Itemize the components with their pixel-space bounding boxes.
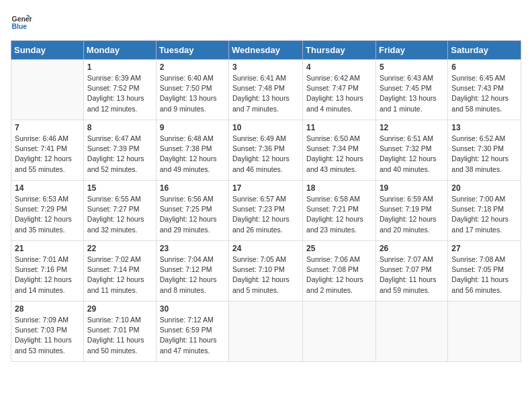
day-info: Sunrise: 6:43 AM Sunset: 7:45 PM Dayligh…	[380, 73, 444, 114]
day-number: 25	[306, 244, 372, 253]
day-info: Sunrise: 7:06 AM Sunset: 7:08 PM Dayligh…	[306, 255, 372, 295]
day-number: 20	[451, 183, 517, 193]
day-number: 12	[380, 123, 444, 132]
calendar-cell: 25Sunrise: 7:06 AM Sunset: 7:08 PM Dayli…	[303, 241, 376, 302]
day-number: 8	[87, 123, 152, 132]
day-info: Sunrise: 7:09 AM Sunset: 7:03 PM Dayligh…	[15, 315, 80, 356]
calendar-cell: 15Sunrise: 6:55 AM Sunset: 7:27 PM Dayli…	[83, 181, 156, 241]
logo: General Blue	[11, 11, 35, 32]
day-number: 15	[87, 183, 152, 193]
calendar-cell: 18Sunrise: 6:58 AM Sunset: 7:21 PM Dayli…	[303, 181, 376, 241]
day-number: 30	[160, 304, 225, 314]
day-info: Sunrise: 6:40 AM Sunset: 7:50 PM Dayligh…	[160, 73, 225, 114]
day-info: Sunrise: 6:59 AM Sunset: 7:19 PM Dayligh…	[380, 194, 444, 235]
day-number: 29	[87, 304, 152, 314]
col-header-tuesday: Tuesday	[156, 41, 228, 60]
day-info: Sunrise: 6:56 AM Sunset: 7:25 PM Dayligh…	[160, 194, 225, 235]
day-number: 5	[380, 62, 444, 72]
calendar-cell: 7Sunrise: 6:46 AM Sunset: 7:41 PM Daylig…	[11, 120, 84, 181]
calendar-cell: 22Sunrise: 7:02 AM Sunset: 7:14 PM Dayli…	[83, 241, 156, 302]
week-row-3: 14Sunrise: 6:53 AM Sunset: 7:29 PM Dayli…	[11, 181, 521, 241]
day-info: Sunrise: 6:50 AM Sunset: 7:34 PM Dayligh…	[306, 134, 372, 175]
col-header-thursday: Thursday	[303, 41, 376, 60]
calendar-cell: 8Sunrise: 6:47 AM Sunset: 7:39 PM Daylig…	[83, 120, 156, 181]
day-number: 14	[15, 183, 80, 193]
day-number: 7	[15, 123, 80, 132]
calendar-cell: 23Sunrise: 7:04 AM Sunset: 7:12 PM Dayli…	[156, 241, 228, 302]
calendar-cell: 16Sunrise: 6:56 AM Sunset: 7:25 PM Dayli…	[156, 181, 228, 241]
col-header-friday: Friday	[375, 41, 447, 60]
calendar-cell: 13Sunrise: 6:52 AM Sunset: 7:30 PM Dayli…	[448, 120, 521, 181]
week-row-2: 7Sunrise: 6:46 AM Sunset: 7:41 PM Daylig…	[11, 120, 521, 181]
day-info: Sunrise: 6:52 AM Sunset: 7:30 PM Dayligh…	[451, 134, 517, 175]
day-info: Sunrise: 6:58 AM Sunset: 7:21 PM Dayligh…	[306, 194, 372, 235]
day-number: 22	[87, 244, 152, 253]
day-info: Sunrise: 7:02 AM Sunset: 7:14 PM Dayligh…	[87, 255, 152, 295]
calendar-cell: 24Sunrise: 7:05 AM Sunset: 7:10 PM Dayli…	[229, 241, 303, 302]
day-number: 21	[15, 244, 80, 253]
day-info: Sunrise: 6:49 AM Sunset: 7:36 PM Dayligh…	[232, 134, 299, 175]
day-number: 28	[15, 304, 80, 314]
calendar-header-row: SundayMondayTuesdayWednesdayThursdayFrid…	[11, 41, 521, 60]
calendar-cell: 27Sunrise: 7:08 AM Sunset: 7:05 PM Dayli…	[448, 241, 521, 302]
calendar-cell: 3Sunrise: 6:41 AM Sunset: 7:48 PM Daylig…	[229, 60, 303, 120]
day-number: 13	[451, 123, 517, 132]
day-info: Sunrise: 7:00 AM Sunset: 7:18 PM Dayligh…	[451, 194, 517, 235]
day-info: Sunrise: 7:10 AM Sunset: 7:01 PM Dayligh…	[87, 315, 152, 356]
calendar-cell: 2Sunrise: 6:40 AM Sunset: 7:50 PM Daylig…	[156, 60, 228, 120]
calendar-cell: 4Sunrise: 6:42 AM Sunset: 7:47 PM Daylig…	[303, 60, 376, 120]
calendar-cell	[11, 60, 84, 120]
day-number: 9	[160, 123, 225, 132]
calendar-cell: 19Sunrise: 6:59 AM Sunset: 7:19 PM Dayli…	[375, 181, 447, 241]
week-row-4: 21Sunrise: 7:01 AM Sunset: 7:16 PM Dayli…	[11, 241, 521, 302]
day-info: Sunrise: 6:41 AM Sunset: 7:48 PM Dayligh…	[232, 73, 299, 114]
calendar-cell: 14Sunrise: 6:53 AM Sunset: 7:29 PM Dayli…	[11, 181, 84, 241]
week-row-1: 1Sunrise: 6:39 AM Sunset: 7:52 PM Daylig…	[11, 60, 521, 120]
day-number: 4	[306, 62, 372, 72]
calendar-cell: 6Sunrise: 6:45 AM Sunset: 7:43 PM Daylig…	[448, 60, 521, 120]
calendar-cell: 1Sunrise: 6:39 AM Sunset: 7:52 PM Daylig…	[83, 60, 156, 120]
day-number: 1	[87, 62, 152, 72]
calendar-cell: 30Sunrise: 7:12 AM Sunset: 6:59 PM Dayli…	[156, 302, 228, 362]
calendar-cell	[303, 302, 376, 362]
calendar-cell: 5Sunrise: 6:43 AM Sunset: 7:45 PM Daylig…	[375, 60, 447, 120]
calendar-table: SundayMondayTuesdayWednesdayThursdayFrid…	[11, 40, 521, 362]
col-header-monday: Monday	[83, 41, 156, 60]
day-info: Sunrise: 6:53 AM Sunset: 7:29 PM Dayligh…	[15, 194, 80, 235]
calendar-cell: 29Sunrise: 7:10 AM Sunset: 7:01 PM Dayli…	[83, 302, 156, 362]
day-info: Sunrise: 6:48 AM Sunset: 7:38 PM Dayligh…	[160, 134, 225, 175]
day-info: Sunrise: 7:08 AM Sunset: 7:05 PM Dayligh…	[451, 255, 517, 295]
col-header-saturday: Saturday	[448, 41, 521, 60]
day-number: 17	[232, 183, 299, 193]
day-info: Sunrise: 7:12 AM Sunset: 6:59 PM Dayligh…	[160, 315, 225, 356]
day-info: Sunrise: 6:57 AM Sunset: 7:23 PM Dayligh…	[232, 194, 299, 235]
day-number: 16	[160, 183, 225, 193]
day-info: Sunrise: 6:47 AM Sunset: 7:39 PM Dayligh…	[87, 134, 152, 175]
day-number: 19	[380, 183, 444, 193]
day-number: 26	[380, 244, 444, 253]
svg-text:Blue: Blue	[12, 23, 28, 30]
week-row-5: 28Sunrise: 7:09 AM Sunset: 7:03 PM Dayli…	[11, 302, 521, 362]
day-number: 18	[306, 183, 372, 193]
day-number: 27	[451, 244, 517, 253]
day-number: 3	[232, 62, 299, 72]
day-info: Sunrise: 6:45 AM Sunset: 7:43 PM Dayligh…	[451, 73, 517, 114]
day-info: Sunrise: 6:42 AM Sunset: 7:47 PM Dayligh…	[306, 73, 372, 114]
day-info: Sunrise: 7:01 AM Sunset: 7:16 PM Dayligh…	[15, 255, 80, 295]
day-number: 24	[232, 244, 299, 253]
day-info: Sunrise: 6:46 AM Sunset: 7:41 PM Dayligh…	[15, 134, 80, 175]
page-header: General Blue	[11, 11, 521, 32]
day-number: 11	[306, 123, 372, 132]
day-info: Sunrise: 6:51 AM Sunset: 7:32 PM Dayligh…	[380, 134, 444, 175]
calendar-cell: 21Sunrise: 7:01 AM Sunset: 7:16 PM Dayli…	[11, 241, 84, 302]
day-info: Sunrise: 7:07 AM Sunset: 7:07 PM Dayligh…	[380, 255, 444, 295]
calendar-cell: 26Sunrise: 7:07 AM Sunset: 7:07 PM Dayli…	[375, 241, 447, 302]
day-info: Sunrise: 7:05 AM Sunset: 7:10 PM Dayligh…	[232, 255, 299, 295]
calendar-cell: 17Sunrise: 6:57 AM Sunset: 7:23 PM Dayli…	[229, 181, 303, 241]
col-header-sunday: Sunday	[11, 41, 84, 60]
day-info: Sunrise: 6:39 AM Sunset: 7:52 PM Dayligh…	[87, 73, 152, 114]
day-number: 2	[160, 62, 225, 72]
calendar-cell: 28Sunrise: 7:09 AM Sunset: 7:03 PM Dayli…	[11, 302, 84, 362]
calendar-cell: 9Sunrise: 6:48 AM Sunset: 7:38 PM Daylig…	[156, 120, 228, 181]
logo-icon: General Blue	[11, 11, 32, 32]
